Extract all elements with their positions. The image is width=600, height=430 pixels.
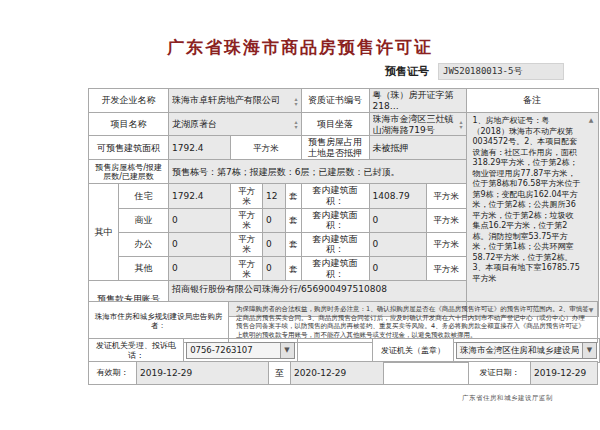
mortgage-field[interactable]: 未被抵押 bbox=[369, 136, 466, 160]
authority-value: 珠海市金湾区住房和城乡建设局 bbox=[457, 343, 582, 358]
unit-sqm: 平方米 bbox=[426, 208, 466, 232]
remark-header: 备注 bbox=[466, 89, 598, 113]
project-name-value: 龙湖原著台 bbox=[172, 119, 217, 130]
inner-area-label: 套内建筑面积： bbox=[301, 257, 369, 281]
advisory-text-cell: 为保障购房者的合法权益，购房时务必注意：1、确认拟购房屋是否在《商品房预售许可证… bbox=[229, 302, 598, 343]
authority-label: 发证机关（盖章） bbox=[372, 339, 453, 363]
validity-from-field[interactable]: 2019-12-29 bbox=[137, 362, 269, 385]
commercial-count-field[interactable]: 0 bbox=[263, 208, 286, 232]
unit-sqm: 平方米 bbox=[426, 257, 466, 281]
scroll-up-icon[interactable]: ▲ bbox=[586, 114, 597, 125]
remark-content: 1、房地产权证号：粤（2018）珠海市不动产权第0034572号。2、本项目配套… bbox=[470, 114, 595, 286]
presale-area-field[interactable]: 1792.4 bbox=[169, 136, 231, 160]
main-table: 开发企业名称 珠海市卓轩房地产有限公司 ▴▾ 资质证书编号 粤（珠）房开证字第2… bbox=[88, 88, 599, 317]
advisory-table: 珠海市住房和城乡规划建设局忠告购房者： 为保障购房者的合法权益，购房时务必注意：… bbox=[88, 301, 598, 343]
unit-sqm: 平方米 bbox=[231, 257, 263, 281]
spinner-icon[interactable]: ▴▾ bbox=[295, 119, 298, 129]
other-area-field[interactable]: 0 bbox=[169, 257, 231, 281]
other-count-field[interactable]: 0 bbox=[263, 257, 286, 281]
issue-date-label: 发证日期： bbox=[469, 362, 531, 385]
type-label-commercial: 商业 bbox=[119, 208, 169, 232]
building-info-label: 预售房屋栋号/报建层数/已建层数 bbox=[89, 160, 169, 184]
type-label-residential: 住宅 bbox=[119, 184, 169, 208]
location-value: 珠海市金湾区三灶镇山湖海路719号 bbox=[373, 114, 460, 134]
unit-set: 套 bbox=[286, 257, 302, 281]
location-field[interactable]: 珠海市金湾区三灶镇山湖海路719号 ▴▾ bbox=[369, 113, 466, 136]
issue-date-field[interactable]: 2019-12-29 bbox=[531, 362, 598, 385]
table-row: 有效期： 2019-12-29 至 2020-12-29 发证日期： 2019-… bbox=[89, 362, 598, 385]
presale-area-label: 可预售建筑面积 bbox=[89, 136, 169, 160]
project-name-field[interactable]: 龙湖原著台 ▴▾ bbox=[169, 113, 302, 136]
advisory-text: 为保障购房者的合法权益，购房时务必注意：1、确认拟购房屋是否在《商品房预售许可证… bbox=[232, 303, 594, 341]
mortgage-label: 预售房屋占用土地是否抵押 bbox=[301, 136, 369, 160]
unit-set: 套 bbox=[286, 208, 302, 232]
unit-sqm: 平方米 bbox=[426, 232, 466, 256]
validity-to-word: 至 bbox=[269, 362, 291, 385]
authority-cell: 珠海市金湾区住房和城乡建设局 ▼ bbox=[453, 339, 599, 363]
type-label-other: 其他 bbox=[119, 257, 169, 281]
inner-area-label: 套内建筑面积： bbox=[301, 232, 369, 256]
permit-number-row: 预售证号 JWS20180013-5号 bbox=[385, 63, 564, 80]
remark-field[interactable]: 1、房地产权证号：粤（2018）珠海市不动产权第0034572号。2、本项目配套… bbox=[466, 113, 598, 317]
spinner-down-icon[interactable]: ▾ bbox=[460, 124, 463, 129]
residential-inner-area-field[interactable]: 1408.79 bbox=[369, 184, 426, 208]
spinner-down-icon[interactable]: ▾ bbox=[295, 101, 298, 106]
developer-value: 珠海市卓轩房地产有限公司 bbox=[172, 95, 280, 106]
permit-number-field[interactable]: JWS20180013-5号 bbox=[438, 63, 564, 80]
table-row: 发证机关受理、投诉电话： 0756-7263107 ▼ 发证机关（盖章） 珠海市… bbox=[89, 339, 600, 363]
inner-area-label: 套内建筑面积： bbox=[301, 208, 369, 232]
table-row: 珠海市住房和城乡规划建设局忠告购房者： 为保障购房者的合法权益，购房时务必注意：… bbox=[89, 302, 598, 343]
unit-sqm: 平方米 bbox=[231, 232, 263, 256]
table-row: 开发企业名称 珠海市卓轩房地产有限公司 ▴▾ 资质证书编号 粤（珠）房开证字第2… bbox=[89, 89, 599, 113]
dropdown-arrow-icon[interactable]: ▼ bbox=[280, 343, 294, 358]
developer-label: 开发企业名称 bbox=[89, 89, 169, 113]
empty-cell bbox=[384, 362, 469, 385]
unit-sqm: 平方米 bbox=[426, 184, 466, 208]
issuer-row-table: 发证机关受理、投诉电话： 0756-7263107 ▼ 发证机关（盖章） 珠海市… bbox=[88, 338, 600, 363]
office-area-field[interactable]: 0 bbox=[169, 232, 231, 256]
presale-area-unit: 平方米 bbox=[231, 136, 302, 160]
spinner-down-icon[interactable]: ▾ bbox=[295, 124, 298, 129]
validity-label: 有效期： bbox=[89, 362, 137, 385]
presale-permit-document: 广东省珠海市商品房预售许可证 预售证号 JWS20180013-5号 开发企业名… bbox=[0, 0, 600, 430]
office-inner-area-field[interactable]: 0 bbox=[369, 232, 426, 256]
cert-field[interactable]: 粤（珠）房开证字第218… bbox=[369, 89, 466, 113]
unit-set: 套 bbox=[286, 232, 302, 256]
type-label-office: 办公 bbox=[119, 232, 169, 256]
commercial-inner-area-field[interactable]: 0 bbox=[369, 208, 426, 232]
developer-field[interactable]: 珠海市卓轩房地产有限公司 ▴▾ bbox=[169, 89, 302, 113]
permit-number-label: 预售证号 bbox=[385, 64, 429, 79]
other-inner-area-field[interactable]: 0 bbox=[369, 257, 426, 281]
unit-sqm: 平方米 bbox=[231, 208, 263, 232]
footer-issuer-note: 广东省住房和城乡建设厅监制 bbox=[462, 394, 553, 403]
advisory-label: 珠海市住房和城乡规划建设局忠告购房者： bbox=[89, 302, 229, 343]
residential-count-field[interactable]: 12 bbox=[263, 184, 286, 208]
cert-label: 资质证书编号 bbox=[301, 89, 369, 113]
spinner-icon[interactable]: ▴▾ bbox=[460, 119, 463, 129]
empty-cell bbox=[297, 339, 372, 363]
unit-set: 套 bbox=[286, 184, 302, 208]
page-title: 广东省珠海市商品房预售许可证 bbox=[0, 36, 600, 59]
residential-area-field[interactable]: 1792.4 bbox=[169, 184, 231, 208]
validity-row-table: 有效期： 2019-12-29 至 2020-12-29 发证日期： 2019-… bbox=[88, 361, 598, 385]
building-info-field[interactable]: 预售栋号：第7栋；报建层数：6层；已建层数：已封顶。 bbox=[169, 160, 467, 184]
table-row: 项目名称 龙湖原著台 ▴▾ 项目坐落 珠海市金湾区三灶镇山湖海路719号 ▴▾ … bbox=[89, 113, 599, 136]
complaint-phone-label: 发证机关受理、投诉电话： bbox=[89, 339, 184, 363]
office-count-field[interactable]: 0 bbox=[263, 232, 286, 256]
complaint-phone-value: 0756-7263107 bbox=[187, 343, 279, 358]
complaint-phone-dropdown[interactable]: 0756-7263107 ▼ bbox=[186, 342, 294, 359]
dropdown-arrow-icon[interactable]: ▼ bbox=[582, 343, 596, 358]
among-label: 其中 bbox=[89, 184, 119, 281]
spinner-icon[interactable]: ▴▾ bbox=[295, 96, 298, 106]
project-name-label: 项目名称 bbox=[89, 113, 169, 136]
authority-dropdown[interactable]: 珠海市金湾区住房和城乡建设局 ▼ bbox=[456, 342, 597, 359]
commercial-area-field[interactable]: 0 bbox=[169, 208, 231, 232]
unit-sqm: 平方米 bbox=[231, 184, 263, 208]
location-label: 项目坐落 bbox=[301, 113, 369, 136]
inner-area-label: 套内建筑面积： bbox=[301, 184, 369, 208]
complaint-phone-cell: 0756-7263107 ▼ bbox=[184, 339, 297, 363]
validity-to-field[interactable]: 2020-12-29 bbox=[291, 362, 384, 385]
